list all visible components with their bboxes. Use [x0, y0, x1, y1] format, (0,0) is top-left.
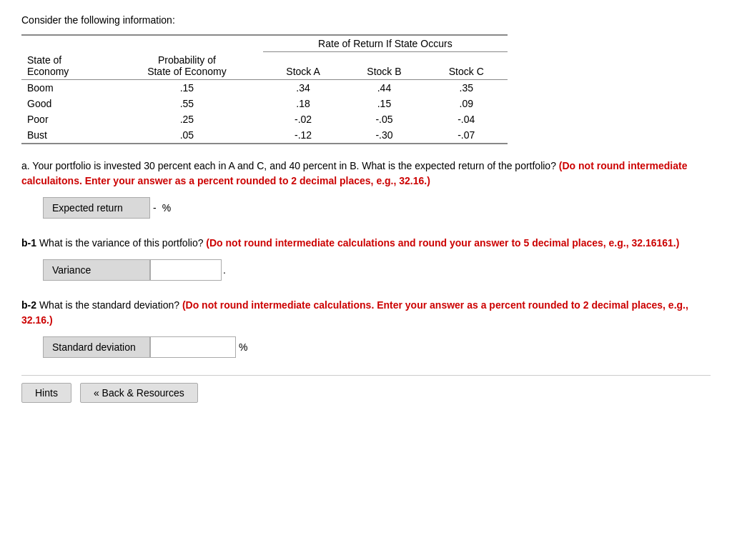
cell-a: .18 — [263, 96, 344, 111]
table-row: Good .55 .18 .15 .09 — [21, 96, 508, 111]
std-dev-label: Standard deviation — [43, 336, 150, 358]
cell-a: .34 — [263, 79, 344, 96]
hints-button[interactable]: Hints — [21, 383, 71, 403]
cell-c: -.07 — [425, 127, 508, 144]
rate-header: Rate of Return If State Occurs — [263, 35, 508, 52]
question-b1-prefix: b-1 — [21, 237, 36, 249]
cell-a: -.02 — [263, 111, 344, 127]
question-b1-body: What is the variance of this portfolio? — [39, 237, 204, 249]
cell-state: Boom — [21, 79, 111, 96]
question-a-prefix: a. — [21, 160, 30, 171]
col1-header: State ofEconomy — [21, 52, 111, 80]
cell-b: .44 — [343, 79, 425, 96]
question-a-body: Your portfolio is invested 30 percent ea… — [32, 160, 556, 171]
data-table: Rate of Return If State Occurs State ofE… — [21, 34, 508, 144]
table-row: Bust .05 -.12 -.30 -.07 — [21, 127, 508, 144]
variance-label: Variance — [43, 259, 150, 281]
answer-row-a: Expected return - % — [43, 197, 711, 219]
section-b1: b-1 What is the variance of this portfol… — [21, 236, 711, 281]
table-row: Poor .25 -.02 -.05 -.04 — [21, 111, 508, 127]
variance-input[interactable] — [150, 259, 222, 281]
col4-header: Stock B — [343, 52, 425, 80]
expected-return-label: Expected return — [43, 197, 150, 219]
question-b2-text: b-2 What is the standard deviation? (Do … — [21, 298, 701, 328]
col5-header: Stock C — [425, 52, 508, 80]
cell-c: .09 — [425, 96, 508, 111]
question-b1-red: (Do not round intermediate calculations … — [206, 237, 679, 249]
suffix-a: % — [162, 202, 171, 214]
intro-text: Consider the following information: — [21, 14, 711, 26]
section-a: a. Your portfolio is invested 30 percent… — [21, 159, 711, 219]
question-b1-text: b-1 What is the variance of this portfol… — [21, 236, 701, 251]
cell-state: Good — [21, 96, 111, 111]
cell-b: .15 — [343, 96, 425, 111]
cell-state: Bust — [21, 127, 111, 144]
cell-prob: .25 — [111, 111, 263, 127]
cell-b: -.30 — [343, 127, 425, 144]
table-row: Boom .15 .34 .44 .35 — [21, 79, 508, 96]
suffix-b2: % — [239, 341, 247, 353]
cell-state: Poor — [21, 111, 111, 127]
section-b2: b-2 What is the standard deviation? (Do … — [21, 298, 711, 358]
question-a-text: a. Your portfolio is invested 30 percent… — [21, 159, 701, 189]
cell-prob: .05 — [111, 127, 263, 144]
std-dev-input[interactable] — [150, 336, 236, 358]
answer-row-b2: Standard deviation % — [43, 336, 711, 358]
cell-c: -.04 — [425, 111, 508, 127]
cell-c: .35 — [425, 79, 508, 96]
question-b2-body: What is the standard deviation? — [39, 299, 179, 311]
cell-b: -.05 — [343, 111, 425, 127]
question-b2-prefix: b-2 — [21, 299, 36, 311]
col2-header: Probability ofState of Economy — [111, 52, 263, 80]
variance-dot: . — [223, 264, 226, 276]
answer-row-b1: Variance . — [43, 259, 711, 281]
cell-a: -.12 — [263, 127, 344, 144]
back-resources-button[interactable]: « Back & Resources — [80, 383, 198, 403]
cell-prob: .55 — [111, 96, 263, 111]
col3-header: Stock A — [263, 52, 344, 80]
cell-prob: .15 — [111, 79, 263, 96]
separator-a: - — [153, 202, 157, 214]
bottom-bar: Hints « Back & Resources — [21, 375, 711, 403]
